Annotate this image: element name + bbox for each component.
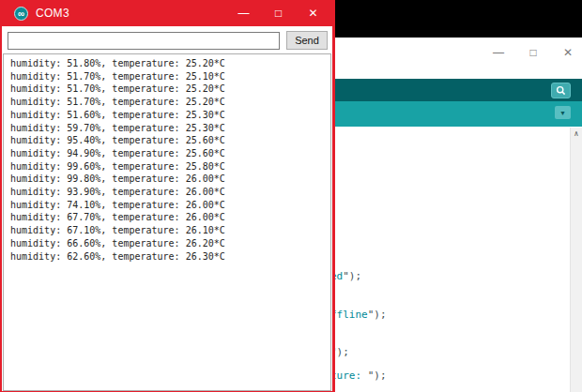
send-button[interactable]: Send (286, 31, 328, 50)
code-string-fragment: ture: (330, 369, 368, 382)
serial-input-row: Send (2, 26, 332, 53)
serial-input[interactable] (8, 32, 280, 50)
serial-monitor-window: ∞ COM3 — □ ✕ Send humidity: 51.80%, temp… (0, 0, 335, 392)
serial-maximize-button[interactable]: □ (261, 0, 296, 26)
serial-monitor-titlebar[interactable]: ∞ COM3 — □ ✕ (2, 0, 332, 26)
arduino-logo-icon: ∞ (14, 7, 28, 21)
serial-output[interactable]: humidity: 51.80%, temperature: 25.20*Chu… (3, 53, 331, 391)
tab-dropdown-button[interactable]: ▼ (555, 106, 571, 119)
serial-minimize-button[interactable]: — (226, 0, 261, 26)
code-punctuation: "); (368, 369, 387, 382)
arduino-ide-window: — □ ✕ ▼ ed");ffline");");ture: "); ∧ (325, 38, 582, 392)
magnifier-icon (556, 85, 566, 96)
serial-close-button[interactable]: ✕ (296, 0, 330, 26)
serial-monitor-button[interactable] (551, 83, 571, 98)
serial-output-line: humidity: 95.40%, temperature: 25.60*C (10, 134, 324, 147)
ide-minimize-button[interactable]: — (492, 46, 505, 59)
ide-close-button[interactable]: ✕ (561, 46, 574, 59)
code-punctuation: "); (368, 309, 387, 321)
ide-toolbar (325, 79, 582, 101)
code-line: ture: "); (330, 369, 387, 382)
ide-window-controls: — □ ✕ (492, 46, 574, 59)
serial-monitor-title: COM3 (36, 7, 69, 20)
serial-monitor-window-controls: — □ ✕ (226, 0, 330, 26)
code-editor[interactable]: ed");ffline");");ture: "); ∧ (325, 127, 582, 392)
ide-tabbar: ▼ (325, 101, 582, 127)
serial-output-line: humidity: 51.80%, temperature: 25.20*C (10, 57, 324, 70)
ide-maximize-button[interactable]: □ (527, 46, 540, 59)
serial-output-line: humidity: 51.70%, temperature: 25.10*C (10, 70, 324, 83)
code-line: ffline"); (330, 309, 387, 321)
code-punctuation: "); (343, 270, 361, 282)
serial-output-line: humidity: 93.90%, temperature: 26.00*C (10, 186, 324, 199)
serial-output-line: humidity: 67.70%, temperature: 26.00*C (10, 211, 324, 224)
code-string-fragment: ffline (330, 309, 368, 321)
serial-output-line: humidity: 94.90%, temperature: 25.60*C (10, 147, 324, 160)
ide-titlebar: — □ ✕ (325, 38, 582, 79)
serial-output-line: humidity: 62.60%, temperature: 26.30*C (10, 250, 324, 264)
serial-output-line: humidity: 59.70%, temperature: 25.30*C (10, 122, 324, 135)
serial-output-line: humidity: 51.70%, temperature: 25.20*C (10, 96, 324, 109)
serial-output-line: humidity: 99.60%, temperature: 25.80*C (10, 160, 324, 173)
serial-output-line: humidity: 99.80%, temperature: 26.00*C (10, 173, 324, 186)
serial-output-line: humidity: 74.10%, temperature: 26.00*C (10, 199, 324, 212)
serial-monitor-body: Send humidity: 51.80%, temperature: 25.2… (2, 26, 332, 391)
serial-output-line: humidity: 51.70%, temperature: 25.20*C (10, 83, 324, 96)
serial-output-line: humidity: 51.60%, temperature: 25.30*C (10, 109, 324, 122)
serial-output-line: humidity: 67.10%, temperature: 26.10*C (10, 224, 324, 237)
scroll-up-arrow-icon[interactable]: ∧ (571, 128, 582, 140)
desktop-background: — □ ✕ ▼ ed");ffline");");ture: "); ∧ (0, 0, 582, 392)
editor-scrollbar[interactable]: ∧ (570, 128, 582, 392)
serial-output-line: humidity: 66.60%, temperature: 26.20*C (10, 237, 324, 250)
chevron-down-icon: ▼ (559, 110, 566, 116)
